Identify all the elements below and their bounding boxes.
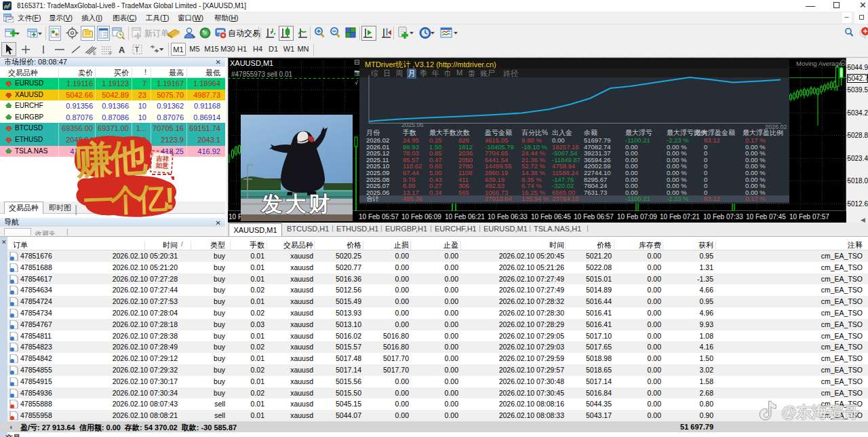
svg-text:E: E (93, 51, 96, 56)
svg-text:@东海瑄哥: @东海瑄哥 (781, 403, 859, 421)
svg-text:发大财: 发大财 (261, 192, 333, 216)
svg-text:自动交易: 自动交易 (228, 28, 260, 38)
svg-text:一个亿!: 一个亿! (83, 181, 173, 219)
svg-text:新订单: 新订单 (144, 28, 169, 38)
svg-text:F: F (109, 51, 112, 56)
svg-text:如意: 如意 (155, 161, 169, 169)
svg-text:A: A (119, 45, 125, 55)
svg-text:T: T (135, 45, 140, 54)
svg-text:赚他: 赚他 (74, 136, 149, 182)
